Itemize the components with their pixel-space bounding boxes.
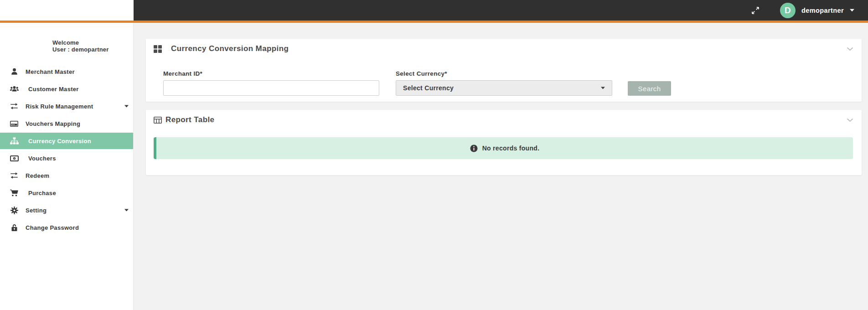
search-form: Merchant ID* Select Currency* Select Cur… bbox=[146, 53, 862, 102]
table-icon bbox=[154, 117, 162, 124]
users-icon bbox=[9, 85, 19, 93]
merchant-id-input[interactable] bbox=[163, 80, 379, 96]
sidebar-item-currency-conversion[interactable]: Currency Conversion bbox=[0, 133, 133, 149]
sidebar-item-risk-rule-management[interactable]: Risk Rule Management bbox=[0, 98, 133, 114]
user-menu[interactable]: D demopartner bbox=[780, 3, 854, 18]
no-records-alert: No records found. bbox=[154, 137, 853, 159]
currency-select[interactable]: Select Currency bbox=[396, 80, 612, 96]
exchange-icon bbox=[9, 172, 19, 179]
grid-icon bbox=[154, 45, 162, 53]
caret-down-icon bbox=[850, 9, 854, 12]
report-body: No records found. bbox=[146, 124, 862, 175]
user-icon bbox=[9, 68, 19, 75]
sidebar-item-merchant-master[interactable]: Merchant Master bbox=[0, 63, 133, 80]
credit-card-icon bbox=[9, 121, 19, 127]
currency-conversion-mapping-panel: Currency Conversion Mapping Merchant ID*… bbox=[146, 39, 862, 102]
sidebar-item-setting[interactable]: Setting bbox=[0, 202, 133, 218]
welcome-user-line: User : demopartner bbox=[52, 46, 133, 53]
exchange-icon bbox=[9, 103, 19, 110]
gear-icon bbox=[9, 207, 19, 214]
currency-field-group: Select Currency* Select Currency bbox=[396, 70, 612, 96]
currency-label: Select Currency* bbox=[396, 70, 612, 77]
panel-title: Report Table bbox=[165, 115, 214, 124]
caret-down-icon bbox=[124, 209, 129, 212]
caret-down-icon bbox=[601, 87, 605, 89]
panel-header: Report Table bbox=[146, 110, 862, 124]
welcome-text: Welcome User : demopartner bbox=[52, 39, 133, 53]
cart-icon bbox=[9, 189, 19, 196]
sidebar-item-change-password[interactable]: Change Password bbox=[0, 219, 133, 236]
sidebar: Welcome User : demopartner Merchant Mast… bbox=[0, 23, 134, 310]
lock-icon bbox=[9, 224, 19, 232]
panel-header: Currency Conversion Mapping bbox=[146, 39, 862, 53]
chevron-down-icon[interactable] bbox=[847, 47, 853, 51]
caret-down-icon bbox=[124, 105, 129, 108]
merchant-id-label: Merchant ID* bbox=[163, 70, 379, 77]
sidebar-item-purchase[interactable]: Purchase bbox=[0, 185, 133, 201]
welcome-line: Welcome bbox=[52, 39, 133, 46]
sitemap-icon bbox=[9, 137, 19, 145]
sidebar-item-redeem[interactable]: Redeem bbox=[0, 167, 133, 184]
sidebar-item-vouchers[interactable]: Vouchers bbox=[0, 150, 133, 166]
alert-message: No records found. bbox=[482, 145, 540, 152]
user-name: demopartner bbox=[801, 7, 844, 14]
money-bill-icon bbox=[9, 155, 19, 161]
top-bar: D demopartner bbox=[0, 0, 868, 21]
expand-arrows-icon[interactable] bbox=[751, 6, 760, 15]
sidebar-item-vouchers-mapping[interactable]: Vouchers Mapping bbox=[0, 115, 133, 132]
top-bar-main: D demopartner bbox=[134, 0, 868, 21]
currency-selected-value: Select Currency bbox=[403, 84, 454, 92]
sidebar-item-customer-master[interactable]: Customer Master bbox=[0, 81, 133, 97]
main-content: Currency Conversion Mapping Merchant ID*… bbox=[134, 23, 868, 310]
panel-title: Currency Conversion Mapping bbox=[171, 44, 289, 53]
chevron-down-icon[interactable] bbox=[847, 118, 853, 122]
avatar: D bbox=[780, 3, 796, 18]
sidebar-menu: Merchant Master Customer Master Risk Rul… bbox=[0, 63, 133, 236]
search-button[interactable]: Search bbox=[628, 81, 671, 96]
report-table-panel: Report Table No recor bbox=[146, 110, 862, 175]
merchant-id-field-group: Merchant ID* bbox=[163, 70, 379, 96]
logo-area bbox=[0, 0, 134, 21]
info-circle-icon bbox=[470, 145, 478, 152]
